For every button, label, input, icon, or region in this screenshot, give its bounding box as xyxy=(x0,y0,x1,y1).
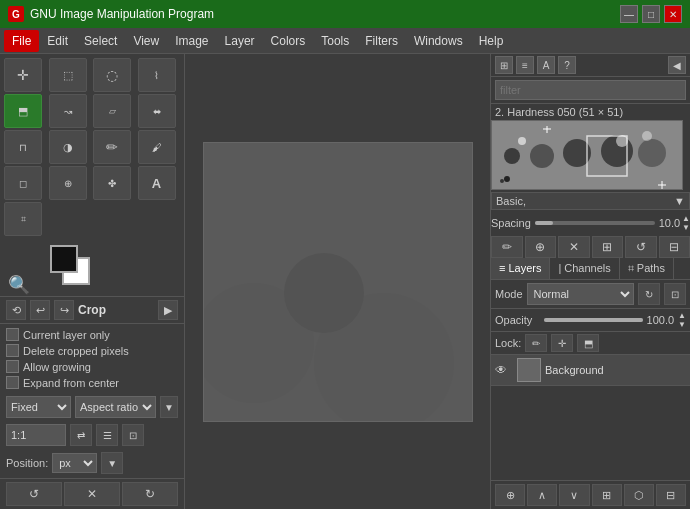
crop-aspect-dropdown-icon[interactable]: ▼ xyxy=(160,396,178,418)
tool-eraser[interactable]: ◻ xyxy=(4,166,42,200)
crop-value-save-btn[interactable]: ☰ xyxy=(96,424,118,446)
lock-move-btn[interactable]: ✛ xyxy=(551,334,573,352)
tool-blend[interactable]: ◑ xyxy=(49,130,87,164)
spacing-down-btn[interactable]: ▼ xyxy=(682,223,690,232)
crop-aspect-select[interactable]: Aspect ratio Size xyxy=(75,396,156,418)
canvas[interactable] xyxy=(203,142,473,422)
layers-mode-cycle-btn[interactable]: ↻ xyxy=(638,283,660,305)
tool-bucket[interactable]: ⊓ xyxy=(4,130,42,164)
tool-pencil[interactable]: ✏ xyxy=(93,130,131,164)
menu-windows[interactable]: Windows xyxy=(406,30,471,52)
crop-value-input[interactable] xyxy=(6,424,66,446)
crop-value-swap-btn[interactable]: ⇄ xyxy=(70,424,92,446)
menu-edit[interactable]: Edit xyxy=(39,30,76,52)
tool-history-btn[interactable]: ⟲ xyxy=(6,300,26,320)
brush-help-icon[interactable]: ? xyxy=(558,56,576,74)
brush-spacing-slider[interactable] xyxy=(535,221,655,225)
brush-grid-icon[interactable]: ⊞ xyxy=(495,56,513,74)
layer-item[interactable]: 👁 Background xyxy=(491,355,690,386)
crop-unit-select[interactable]: px mm % xyxy=(52,453,97,473)
brush-actions: ✏ ⊕ ✕ ⊞ ↺ ⊟ xyxy=(491,236,690,258)
tool-reset-btn[interactable]: ↺ xyxy=(6,482,62,506)
tool-crop[interactable]: ⬒ xyxy=(4,94,42,128)
tool-heal[interactable]: ✤ xyxy=(93,166,131,200)
brush-filter-input[interactable] xyxy=(495,80,686,100)
canvas-area[interactable] xyxy=(185,54,490,509)
tab-layers[interactable]: ≡Layers xyxy=(491,258,550,279)
menu-image[interactable]: Image xyxy=(167,30,216,52)
lock-label: Lock: xyxy=(495,337,521,349)
panel-collapse-btn[interactable]: ◀ xyxy=(668,56,686,74)
layer-move-up-btn[interactable]: ∧ xyxy=(527,484,557,506)
crop-allow-growing-checkbox[interactable] xyxy=(6,360,19,373)
tool-clone[interactable]: ⊕ xyxy=(49,166,87,200)
menu-colors[interactable]: Colors xyxy=(263,30,314,52)
menu-help[interactable]: Help xyxy=(471,30,512,52)
layer-duplicate-btn[interactable]: ⊞ xyxy=(592,484,622,506)
tool-fuzzy-select[interactable]: ⌇ xyxy=(138,58,176,92)
tool-text[interactable]: A xyxy=(138,166,176,200)
layers-lock-toggle-btn[interactable]: ⊡ xyxy=(664,283,686,305)
brush-delete-btn[interactable]: ✕ xyxy=(558,236,590,258)
brush-remove-btn[interactable]: ⊟ xyxy=(659,236,691,258)
opacity-slider[interactable] xyxy=(544,318,643,322)
maximize-button[interactable]: □ xyxy=(642,5,660,23)
crop-current-layer-checkbox[interactable] xyxy=(6,328,19,341)
svg-point-10 xyxy=(616,135,628,147)
tab-channels[interactable]: |Channels xyxy=(550,258,619,279)
tool-lasso[interactable]: ◌ xyxy=(93,58,131,92)
menu-file[interactable]: File xyxy=(4,30,39,52)
crop-unit-dropdown-btn[interactable]: ▼ xyxy=(101,452,123,474)
spacing-up-btn[interactable]: ▲ xyxy=(682,214,690,223)
crop-value-clear-btn[interactable]: ⊡ xyxy=(122,424,144,446)
crop-delete-pixels-checkbox[interactable] xyxy=(6,344,19,357)
brush-refresh-btn[interactable]: ↺ xyxy=(625,236,657,258)
layer-anchor-btn[interactable]: ⬡ xyxy=(624,484,654,506)
app-title: GNU Image Manipulation Program xyxy=(30,7,614,21)
crop-delete-pixels-label: Delete cropped pixels xyxy=(23,345,129,357)
layer-move-down-btn[interactable]: ∨ xyxy=(559,484,589,506)
tool-flip[interactable]: ⬌ xyxy=(138,94,176,128)
tool-panel-expand-btn[interactable]: ▶ xyxy=(158,300,178,320)
brush-list-icon[interactable]: ≡ xyxy=(516,56,534,74)
tool-rect-select[interactable]: ⬚ xyxy=(49,58,87,92)
paths-tab-icon: ⌗ xyxy=(628,262,634,274)
layers-mode-select[interactable]: Normal Multiply Screen xyxy=(527,283,634,305)
menu-layer[interactable]: Layer xyxy=(217,30,263,52)
tool-delete-btn[interactable]: ✕ xyxy=(64,482,120,506)
tool-undo-btn[interactable]: ↩ xyxy=(30,300,50,320)
brush-tag-icon[interactable]: A xyxy=(537,56,555,74)
brush-edit-btn[interactable]: ✏ xyxy=(491,236,523,258)
brush-preview xyxy=(491,120,683,190)
crop-fixed-select[interactable]: Fixed Free xyxy=(6,396,71,418)
close-button[interactable]: ✕ xyxy=(664,5,682,23)
brush-duplicate-btn[interactable]: ⊕ xyxy=(525,236,557,258)
tool-path[interactable]: ⌗ xyxy=(4,202,42,236)
menu-view[interactable]: View xyxy=(125,30,167,52)
opacity-down-btn[interactable]: ▼ xyxy=(678,320,686,329)
menu-filters[interactable]: Filters xyxy=(357,30,406,52)
tool-title: Crop xyxy=(78,303,106,317)
tool-perspective[interactable]: ▱ xyxy=(93,94,131,128)
lock-paint-btn[interactable]: ✏ xyxy=(525,334,547,352)
tool-grid: ✛ ⬚ ◌ ⌇ ⬒ ↝ ▱ ⬌ ⊓ ◑ ✏ 🖌 ◻ ⊕ ✤ A ⌗ xyxy=(0,54,184,240)
tool-redo-btn[interactable]: ↪ xyxy=(54,300,74,320)
tool-restore-btn[interactable]: ↻ xyxy=(122,482,178,506)
tool-move[interactable]: ✛ xyxy=(4,58,42,92)
brush-new-btn[interactable]: ⊞ xyxy=(592,236,624,258)
layer-add-btn[interactable]: ⊕ xyxy=(495,484,525,506)
tool-brush[interactable]: 🖌 xyxy=(138,130,176,164)
foreground-color-swatch[interactable] xyxy=(50,245,78,273)
titlebar: G GNU Image Manipulation Program — □ ✕ xyxy=(0,0,690,28)
minimize-button[interactable]: — xyxy=(620,5,638,23)
menu-select[interactable]: Select xyxy=(76,30,125,52)
crop-expand-center-checkbox[interactable] xyxy=(6,376,19,389)
lock-alpha-btn[interactable]: ⬒ xyxy=(577,334,599,352)
brush-spacing-value: 10.0 xyxy=(659,217,680,229)
tool-rotate[interactable]: ↝ xyxy=(49,94,87,128)
menu-tools[interactable]: Tools xyxy=(313,30,357,52)
layer-delete-btn[interactable]: ⊟ xyxy=(656,484,686,506)
opacity-up-btn[interactable]: ▲ xyxy=(678,311,686,320)
tab-paths[interactable]: ⌗Paths xyxy=(620,258,674,279)
layer-visibility-icon[interactable]: 👁 xyxy=(495,363,513,377)
